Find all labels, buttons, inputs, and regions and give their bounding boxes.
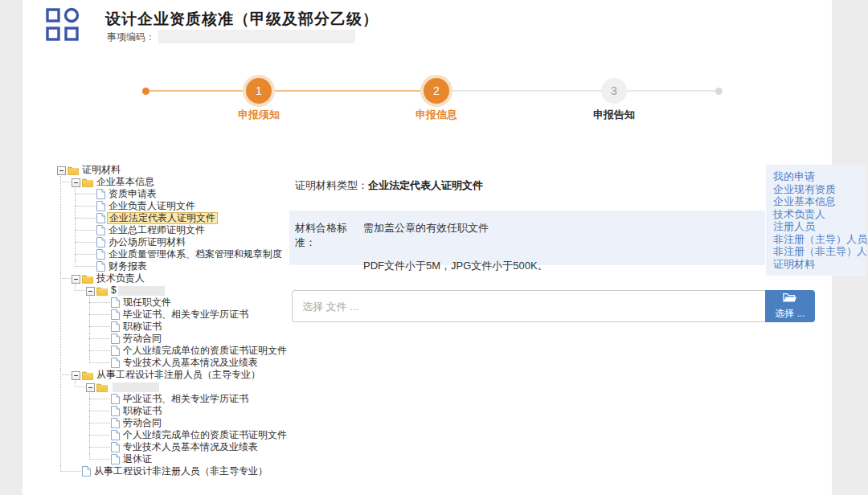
tree-node-file: 毕业证书、相关专业学历证书 bbox=[100, 393, 293, 405]
tree-node-label[interactable]: 办公场所证明材料 bbox=[108, 237, 186, 248]
item-code-label: 事项编码： bbox=[107, 31, 155, 43]
folder-icon bbox=[96, 382, 108, 392]
right-menu-item[interactable]: 我的申请 bbox=[773, 170, 858, 183]
tree-node-label[interactable]: 劳动合同 bbox=[123, 333, 162, 344]
item-code-row: 事项编码： bbox=[107, 30, 355, 44]
tree-node-label[interactable]: 个人业绩完成单位的资质证书证明文件 bbox=[123, 430, 287, 440]
tree-node-label[interactable]: 证明材料 bbox=[82, 165, 121, 175]
file-icon bbox=[111, 430, 120, 440]
tree-node-label[interactable]: 职称证书 bbox=[123, 406, 162, 416]
folder-icon bbox=[82, 178, 93, 187]
file-icon bbox=[96, 249, 105, 260]
right-menu-item[interactable]: 注册人员 bbox=[773, 220, 858, 233]
right-menu-item[interactable]: 技术负责人 bbox=[773, 208, 858, 221]
material-type-label: 证明材料类型： bbox=[295, 179, 368, 191]
tree-node-label[interactable]: 专业技术人员基本情况及业绩表 bbox=[123, 358, 258, 368]
tree-node-file: 专业技术人员基本情况及业绩表 bbox=[100, 441, 293, 453]
tree-node-file: 退休证 bbox=[100, 453, 293, 465]
tree-node-label[interactable]: 专业技术人员基本情况及业绩表 bbox=[123, 442, 258, 452]
tree-node-file: 企业总工程师证明文件 bbox=[85, 224, 293, 236]
tree-node-label[interactable]: 企业总工程师证明文件 bbox=[108, 225, 205, 235]
tree-node-file: 劳动合同 bbox=[100, 417, 293, 429]
tree-node-folder: 从事工程设计非注册人员（主导专业） bbox=[71, 369, 293, 381]
left-edge-strip bbox=[0, 0, 23, 495]
tree-node-file: 企业质量管理体系、档案管理和规章制度 bbox=[85, 248, 293, 260]
tree-collapse-icon[interactable] bbox=[72, 178, 80, 187]
progress-line-done bbox=[145, 90, 436, 92]
file-icon bbox=[96, 213, 105, 223]
right-menu-item[interactable]: 企业基本信息 bbox=[773, 195, 858, 208]
tree-node-label[interactable]: $ bbox=[111, 285, 117, 296]
tree-node-file: 个人业绩完成单位的资质证书证明文件 bbox=[100, 429, 293, 441]
tree-node-label[interactable]: 从事工程设计非注册人员（主导专业） bbox=[96, 370, 260, 380]
choose-file-button[interactable]: 选择 ... bbox=[765, 290, 815, 322]
right-quick-menu: 我的申请企业现有资质企业基本信息技术负责人注册人员非注册（主导）人员非注册（非主… bbox=[766, 165, 866, 276]
tree-node-label[interactable]: 个人业绩完成单位的资质证书证明文件 bbox=[123, 346, 287, 356]
tree-node-file: 资质申请表 bbox=[85, 188, 293, 200]
tree-node-file: 个人业绩完成单位的资质证书证明文件 bbox=[100, 345, 293, 357]
step-circle-1: 1 bbox=[246, 78, 272, 104]
tree-collapse-icon[interactable] bbox=[72, 371, 80, 380]
tree-node-label[interactable]: 企业质量管理体系、档案管理和规章制度 bbox=[108, 249, 282, 260]
file-icon bbox=[111, 454, 120, 464]
tree-collapse-icon[interactable] bbox=[57, 166, 66, 175]
tree-node-label[interactable]: 企业基本信息 bbox=[96, 177, 154, 187]
file-icon bbox=[96, 201, 105, 211]
tree-node-label[interactable]: 现任职文件 bbox=[123, 297, 171, 308]
tree-node-file: 从事工程设计非注册人员（非主导专业） bbox=[71, 465, 293, 477]
tree-node-label[interactable]: 财务报表 bbox=[108, 261, 147, 272]
material-standard-note: PDF文件小于5M，JPG文件小于500K。 bbox=[363, 259, 765, 273]
tree-node-file: 职称证书 bbox=[100, 405, 293, 417]
material-type-value: 企业法定代表人证明文件 bbox=[368, 179, 483, 191]
right-menu-item[interactable]: 企业现有资质 bbox=[773, 183, 858, 196]
page-title: 设计企业资质核准（甲级及部分乙级） bbox=[105, 9, 379, 30]
folder-icon bbox=[68, 166, 79, 175]
tree-node-file: 企业负责人证明文件 bbox=[85, 200, 293, 212]
tree-node-file: 企业法定代表人证明文件 bbox=[85, 212, 293, 224]
materials-tree: 证明材料企业基本信息资质申请表企业负责人证明文件企业法定代表人证明文件企业总工程… bbox=[56, 164, 293, 477]
material-standard-box: 材料合格标准： 需加盖公章的有效任职文件 PDF文件小于5M，JPG文件小于50… bbox=[289, 211, 765, 265]
file-uploader: 选择 ... bbox=[292, 290, 815, 322]
tree-node-file: 专业技术人员基本情况及业绩表 bbox=[100, 357, 293, 369]
file-icon bbox=[96, 225, 105, 235]
tree-node-label[interactable]: 企业法定代表人证明文件 bbox=[107, 212, 218, 224]
tree-node-label[interactable]: 资质申请表 bbox=[108, 189, 157, 199]
tree-node-label[interactable]: 技术负责人 bbox=[96, 273, 145, 284]
step-progress: 1申报须知2申报信息3申报告知 bbox=[121, 72, 731, 122]
tree-node-label[interactable]: 毕业证书、相关专业学历证书 bbox=[123, 394, 248, 404]
material-type-row: 证明材料类型：企业法定代表人证明文件 bbox=[295, 178, 483, 193]
right-menu-item[interactable]: 证明材料 bbox=[773, 258, 858, 271]
file-icon bbox=[111, 442, 120, 452]
file-icon bbox=[82, 466, 91, 477]
tree-node-label[interactable]: 从事工程设计非注册人员（非主导专业） bbox=[94, 466, 268, 477]
redacted-node-text bbox=[118, 286, 165, 296]
file-icon bbox=[96, 237, 105, 248]
file-icon bbox=[111, 406, 120, 416]
tree-node-label[interactable]: 企业负责人证明文件 bbox=[108, 201, 195, 211]
tree-node-file: 毕业证书、相关专业学历证书 bbox=[100, 309, 293, 321]
tree-collapse-icon[interactable] bbox=[86, 383, 95, 392]
page: 设计企业资质核准（甲级及部分乙级） 事项编码： 1申报须知2申报信息3申报告知 … bbox=[0, 0, 868, 495]
choose-file-label: 选择 ... bbox=[775, 307, 805, 321]
tree-node-label[interactable]: 职称证书 bbox=[123, 321, 162, 332]
tree-node-label[interactable]: 劳动合同 bbox=[123, 418, 162, 428]
progress-end-dot bbox=[715, 88, 723, 95]
tree-node-file: 办公场所证明材料 bbox=[85, 236, 293, 248]
step-label-2: 申报信息 bbox=[388, 108, 485, 122]
tree-node-label[interactable]: 毕业证书、相关专业学历证书 bbox=[123, 309, 248, 320]
right-menu-item[interactable]: 非注册（非主导）人员 bbox=[773, 245, 858, 258]
tree-node-file: 现任职文件 bbox=[100, 297, 293, 309]
material-standard-label: 材料合格标准： bbox=[295, 221, 363, 250]
redacted-node-text bbox=[113, 382, 159, 392]
tree-collapse-icon[interactable] bbox=[72, 275, 80, 284]
file-icon bbox=[96, 261, 105, 272]
tree-node-folder bbox=[85, 381, 293, 393]
step-circle-2: 2 bbox=[424, 78, 449, 104]
tree-node-label[interactable]: 退休证 bbox=[123, 454, 152, 464]
step-label-3: 申报告知 bbox=[566, 108, 662, 122]
file-input[interactable] bbox=[292, 290, 765, 322]
progress-line-todo bbox=[436, 90, 719, 92]
right-menu-item[interactable]: 非注册（主导）人员 bbox=[773, 233, 858, 246]
folder-open-icon bbox=[783, 292, 797, 305]
tree-collapse-icon[interactable] bbox=[86, 287, 95, 296]
